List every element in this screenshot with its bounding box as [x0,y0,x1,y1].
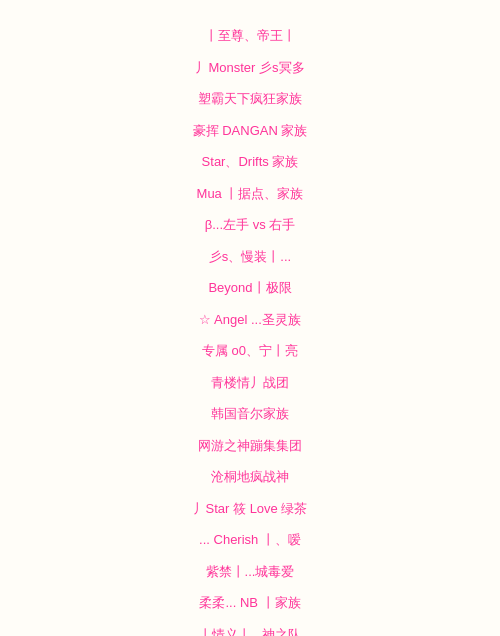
list-item[interactable]: 韩国音尔家族 [0,398,500,430]
list-item[interactable]: 彡s、慢装丨... [0,241,500,273]
list-item[interactable]: Mua 丨据点、家族 [0,178,500,210]
list-item[interactable]: 豪挥 DANGAN 家族 [0,115,500,147]
list-item[interactable]: β...左手 vs 右手 [0,209,500,241]
list-item[interactable]: ... Cherish 丨、嗳 [0,524,500,556]
list-item[interactable]: 丿Star 筱 Love 绿茶 [0,493,500,525]
list-item[interactable]: 柔柔... NB 丨家族 [0,587,500,619]
list-item[interactable]: 丨情义丨...神之队 [0,619,500,637]
clan-list: 丨至尊、帝王丨丿Monster 彡s冥多塑霸天下疯狂家族豪挥 DANGAN 家族… [0,0,500,636]
list-item[interactable]: 沧桐地疯战神 [0,461,500,493]
list-item[interactable]: 专属 o0、宁丨亮 [0,335,500,367]
list-item[interactable]: 紫禁丨...城毒爱 [0,556,500,588]
list-item[interactable]: Star、Drifts 家族 [0,146,500,178]
list-item[interactable]: 丿Monster 彡s冥多 [0,52,500,84]
list-item[interactable]: Beyond丨极限 [0,272,500,304]
list-item[interactable]: 网游之神蹦集集团 [0,430,500,462]
list-item[interactable]: 丨至尊、帝王丨 [0,20,500,52]
list-item[interactable]: 塑霸天下疯狂家族 [0,83,500,115]
list-item[interactable]: 青楼情丿战团 [0,367,500,399]
list-item[interactable]: ☆ Angel ...圣灵族 [0,304,500,336]
